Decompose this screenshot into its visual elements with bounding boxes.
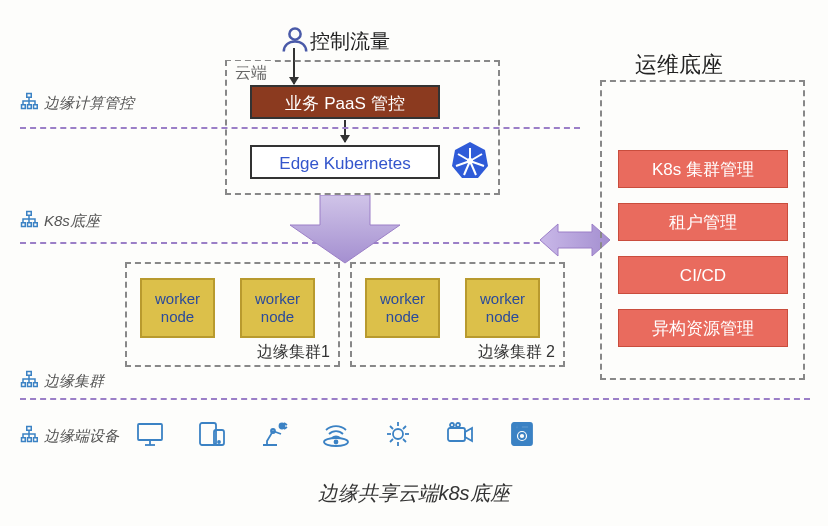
layer-edge-cluster: 边缘集群 [20,370,104,393]
cluster-1-label: 边缘集群1 [257,342,330,363]
svg-point-49 [456,423,460,427]
svg-point-51 [516,430,528,442]
worker-node-text: worker node [155,290,200,326]
worker-node: worker node [240,278,315,338]
svg-line-45 [403,426,406,429]
svg-rect-15 [22,223,26,227]
control-traffic-text: 控制流量 [310,28,390,55]
divider-1 [20,127,580,129]
lightbulb-icon [383,420,413,448]
svg-rect-54 [521,426,529,428]
svg-point-37 [335,441,338,444]
layer-k8s-base: K8s底座 [20,210,100,233]
svg-point-38 [393,429,403,439]
divider-3 [20,398,810,400]
edge-k8s-text: Edge Kubernetes [279,154,410,173]
svg-rect-19 [22,383,26,387]
layer-k8s-base-text: K8s底座 [44,212,100,231]
ops-item-text: CI/CD [680,266,726,285]
paas-text: 业务 PaaS 管控 [285,94,404,113]
layer-edge-cluster-text: 边缘集群 [44,372,104,391]
svg-rect-17 [34,223,38,227]
hierarchy-icon [20,425,38,448]
washing-machine-icon [507,420,537,448]
layer-edge-compute: 边缘计算管控 [20,92,134,115]
ops-item-text: 异构资源管理 [652,319,754,338]
svg-rect-18 [27,372,32,376]
hierarchy-icon [20,370,38,393]
svg-point-35 [280,424,285,429]
svg-rect-16 [28,223,32,227]
layer-edge-device-text: 边缘端设备 [44,427,119,446]
svg-rect-13 [34,105,38,109]
svg-rect-21 [34,383,38,387]
svg-rect-23 [22,438,26,442]
svg-rect-22 [27,427,32,431]
svg-marker-26 [290,195,400,263]
ops-item-cicd: CI/CD [618,256,788,294]
hierarchy-icon [20,92,38,115]
layer-edge-device: 边缘端设备 [20,425,119,448]
ops-item-hetero: 异构资源管理 [618,309,788,347]
ops-item-k8s-cluster: K8s 集群管理 [618,150,788,188]
hierarchy-icon [20,210,38,233]
svg-point-33 [218,441,220,443]
svg-rect-47 [448,428,465,441]
ops-item-tenant: 租户管理 [618,203,788,241]
layer-edge-compute-text: 边缘计算管控 [44,94,134,113]
worker-node: worker node [365,278,440,338]
tablet-phone-icon [197,420,227,448]
svg-rect-20 [28,383,32,387]
edge-kubernetes-box: Edge Kubernetes [250,145,440,179]
big-down-arrow [290,195,400,269]
ops-item-text: 租户管理 [669,213,737,232]
control-traffic-label: 控制流量 [280,24,390,59]
svg-rect-25 [34,438,38,442]
svg-line-46 [390,439,393,442]
camera-icon [445,420,475,448]
svg-line-43 [390,426,393,429]
ops-item-text: K8s 集群管理 [652,160,754,179]
svg-point-53 [516,426,518,428]
worker-node-text: worker node [380,290,425,326]
svg-rect-28 [138,424,162,440]
cloud-label: 云端 [227,61,275,86]
worker-node: worker node [465,278,540,338]
user-icon [280,24,310,59]
diagram-title: 边缘共享云端k8s底座 [0,480,828,507]
device-icons-row [135,420,537,448]
svg-rect-24 [28,438,32,442]
svg-rect-11 [22,105,26,109]
router-icon [321,420,351,448]
robot-arm-icon [259,420,289,448]
kubernetes-icon [450,140,490,180]
svg-rect-12 [28,105,32,109]
worker-node-text: worker node [255,290,300,326]
ops-title: 运维底座 [635,50,723,80]
worker-node-text: worker node [480,290,525,326]
svg-point-48 [450,423,454,427]
cluster-2-label: 边缘集群 2 [478,342,555,363]
paas-box: 业务 PaaS 管控 [250,85,440,119]
worker-node: worker node [140,278,215,338]
svg-point-0 [289,28,300,39]
monitor-icon [135,420,165,448]
svg-line-44 [403,439,406,442]
svg-rect-10 [27,94,32,98]
svg-rect-14 [27,212,32,216]
